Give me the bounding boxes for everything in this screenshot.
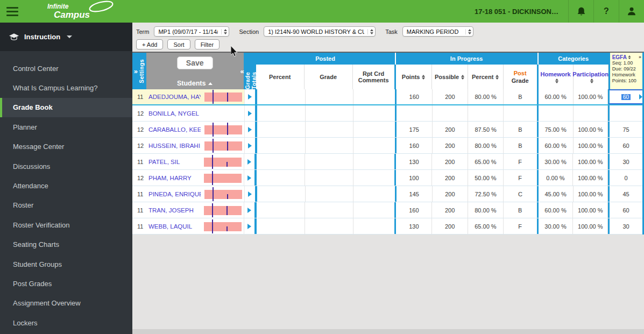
posted-grade-cell[interactable] bbox=[305, 202, 353, 218]
help-button[interactable]: ? bbox=[593, 0, 619, 23]
rpt-crd-comments-cell[interactable] bbox=[353, 218, 397, 234]
sidebar-item-message-center[interactable]: Message Center bbox=[0, 137, 132, 157]
sidebar-item-roster-verification[interactable]: Roster Verification bbox=[0, 215, 132, 234]
posted-percent-cell[interactable] bbox=[257, 186, 306, 202]
post-grade-column-header[interactable]: Post Grade bbox=[504, 65, 539, 89]
notifications-button[interactable] bbox=[568, 0, 593, 23]
sidebar-item-post-grades[interactable]: Post Grades bbox=[0, 274, 132, 293]
posted-grade-cell[interactable] bbox=[306, 186, 354, 202]
student-row[interactable]: 11 ADEDJOUMA, HAY… 160 200 80.00 % B 60.… bbox=[132, 89, 642, 105]
posted-percent-cell[interactable] bbox=[257, 122, 306, 137]
sidebar-item-assignment-overview[interactable]: Assignment Overview bbox=[0, 294, 132, 313]
posted-percent-cell[interactable] bbox=[257, 202, 305, 218]
in-progress-percent-column-header[interactable]: Percent bbox=[468, 65, 504, 89]
expand-student-arrow[interactable] bbox=[245, 89, 257, 104]
assignment-score-cell[interactable]: 75 bbox=[608, 122, 642, 137]
points-column-header[interactable]: Points bbox=[396, 65, 432, 89]
rpt-crd-comments-cell[interactable] bbox=[353, 186, 397, 202]
posted-grade-cell[interactable] bbox=[306, 138, 354, 153]
posted-percent-cell[interactable] bbox=[257, 138, 306, 153]
grade-totals-collapsed-panel[interactable]: « Grade Totals bbox=[244, 53, 256, 89]
posted-percent-cell[interactable] bbox=[257, 218, 305, 234]
save-button[interactable]: Save bbox=[177, 56, 213, 69]
posted-grade-cell[interactable] bbox=[305, 154, 353, 169]
expand-student-arrow[interactable] bbox=[245, 122, 257, 137]
sidebar-item-grade-book[interactable]: Grade Book bbox=[0, 98, 132, 117]
sidebar-item-roster[interactable]: Roster bbox=[0, 196, 132, 215]
section-select[interactable]: 1) I214N-90 WORLD HISTORY & CULTUF bbox=[264, 26, 376, 37]
sort-button[interactable]: Sort bbox=[167, 39, 190, 49]
filter-button[interactable]: Filter bbox=[195, 39, 220, 49]
sidebar-item-lockers[interactable]: Lockers bbox=[0, 313, 132, 332]
students-sort-header[interactable]: Students bbox=[177, 80, 213, 87]
student-row[interactable]: 11 TRAN, JOSEPH 160 200 80.00 % B 60.00 … bbox=[132, 202, 642, 218]
posted-grade-cell[interactable] bbox=[306, 89, 354, 104]
posted-percent-cell[interactable] bbox=[257, 170, 305, 186]
sidebar-item-student-groups[interactable]: Student Groups bbox=[0, 254, 132, 274]
assignment-score-cell[interactable]: 45 bbox=[608, 186, 642, 202]
student-row[interactable]: 12 PHAM, HARRY 100 200 50.00 % F 0.00 % … bbox=[132, 170, 642, 186]
sidebar-item-what-is-campus-learning[interactable]: What Is Campus Learning? bbox=[0, 78, 132, 97]
horizontal-scrollbar-track[interactable] bbox=[132, 329, 644, 334]
expand-student-arrow[interactable] bbox=[244, 170, 257, 186]
sidebar-item-seating-charts[interactable]: Seating Charts bbox=[0, 235, 132, 254]
assignment-score-cell[interactable]: 60 bbox=[608, 138, 642, 153]
possible-column-header[interactable]: Possible bbox=[432, 65, 468, 89]
rpt-crd-comments-cell[interactable] bbox=[353, 105, 397, 121]
student-row[interactable]: 11 PATEL, SIL 130 200 65.00 % F 30.00 % … bbox=[132, 154, 642, 170]
sidebar-item-attendance[interactable]: Attendance bbox=[0, 176, 132, 195]
assignment-score-cell[interactable]: 30 bbox=[608, 218, 642, 234]
student-name-link[interactable]: PHAM, HARRY bbox=[148, 175, 200, 181]
rpt-crd-comments-cell[interactable] bbox=[353, 202, 397, 218]
posted-percent-cell[interactable] bbox=[257, 89, 306, 104]
sidebar-item-planner[interactable]: Planner bbox=[0, 117, 132, 137]
add-button[interactable]: + Add bbox=[136, 39, 163, 49]
rpt-crd-comments-cell[interactable] bbox=[353, 122, 397, 137]
student-row[interactable]: 11 WEBB, LAQUIL 130 200 65.00 % F 30.00 … bbox=[132, 218, 642, 234]
assignment-score-cell[interactable]: 60 bbox=[608, 202, 642, 218]
rpt-crd-comments-cell[interactable] bbox=[353, 138, 397, 153]
settings-collapsed-panel[interactable]: » Settings bbox=[132, 53, 146, 89]
assignment-code-link[interactable]: EGFA bbox=[612, 54, 627, 60]
expand-student-arrow[interactable] bbox=[245, 186, 257, 202]
expand-student-arrow[interactable] bbox=[244, 218, 257, 234]
student-name-link[interactable]: PATEL, SIL bbox=[148, 159, 200, 165]
posted-percent-cell[interactable] bbox=[257, 105, 306, 121]
homework-category-column-header[interactable]: Homework bbox=[539, 65, 574, 89]
rpt-crd-comments-cell[interactable] bbox=[353, 170, 397, 186]
participation-category-column-header[interactable]: Participation bbox=[574, 65, 608, 89]
student-name-link[interactable]: ADEDJOUMA, HAY… bbox=[148, 94, 201, 100]
sidebar-item-discussions[interactable]: Discussions bbox=[0, 157, 132, 176]
posted-grade-cell[interactable] bbox=[305, 218, 353, 234]
student-row[interactable]: 12 HUSSEIN, IBRAHI… 160 200 80.00 % B 60… bbox=[132, 138, 642, 154]
student-name-link[interactable]: HUSSEIN, IBRAHI… bbox=[148, 143, 201, 149]
student-row[interactable]: 11 PINEDA, ENRIQUE 145 200 72.50 % C 45.… bbox=[132, 186, 642, 202]
sidebar-item-control-center[interactable]: Control Center bbox=[0, 59, 132, 78]
student-name-link[interactable]: WEBB, LAQUIL bbox=[148, 223, 200, 230]
account-button[interactable] bbox=[619, 0, 644, 23]
rpt-crd-comments-cell[interactable] bbox=[353, 154, 397, 169]
assignment-egfa-column-header[interactable]: EGFA » Seq: 1.00 Due: 09/22 Homework Poi… bbox=[608, 53, 642, 89]
assignment-score-cell[interactable]: 30 bbox=[608, 154, 642, 169]
expand-student-arrow[interactable] bbox=[244, 202, 257, 218]
expand-student-arrow[interactable] bbox=[245, 105, 257, 121]
expand-student-arrow[interactable] bbox=[244, 154, 257, 169]
task-select[interactable]: MARKING PERIOD bbox=[402, 26, 473, 37]
student-name-link[interactable]: PINEDA, ENRIQUE bbox=[148, 191, 201, 197]
school-context-label[interactable]: 17-18 051 - DICKINSON… bbox=[475, 8, 558, 16]
student-row[interactable]: 12 BONILLA, NYGEL R bbox=[132, 105, 642, 122]
posted-grade-cell[interactable] bbox=[306, 105, 354, 121]
rpt-crd-comments-cell[interactable] bbox=[353, 89, 397, 104]
posted-grade-cell[interactable] bbox=[306, 122, 354, 137]
hamburger-menu-icon[interactable] bbox=[0, 0, 25, 23]
assignment-score-cell[interactable] bbox=[608, 105, 642, 121]
student-name-link[interactable]: TRAN, JOSEPH bbox=[148, 207, 200, 214]
student-name-link[interactable]: CARABALLO, KEE… bbox=[148, 126, 201, 133]
student-row[interactable]: 12 CARABALLO, KEE… 175 200 87.50 % B 75.… bbox=[132, 122, 642, 138]
posted-percent-cell[interactable] bbox=[257, 154, 305, 169]
student-name-link[interactable]: BONILLA, NYGEL R bbox=[148, 110, 201, 117]
assignment-score-cell[interactable]: 0 bbox=[608, 170, 642, 186]
assignment-score-cell[interactable]: 60 bbox=[608, 89, 642, 104]
module-switcher[interactable]: Instruction bbox=[0, 23, 132, 51]
posted-grade-cell[interactable] bbox=[305, 170, 353, 186]
